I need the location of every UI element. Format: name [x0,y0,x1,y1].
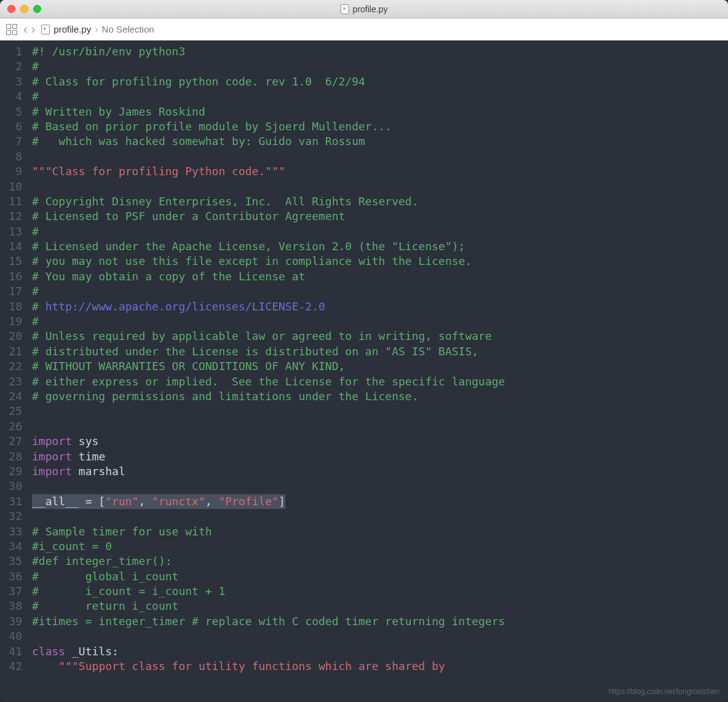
line-number: 37 [0,584,22,599]
code-line[interactable] [32,629,505,644]
editor[interactable]: 1234567891011121314151617181920212223242… [0,41,728,702]
line-number: 6 [0,119,22,134]
code-line[interactable]: """Class for profiling Python code.""" [32,164,505,179]
code-line[interactable]: import marshal [32,464,505,479]
nav-forward-button[interactable]: › [31,22,36,36]
line-number: 23 [0,374,22,389]
line-number: 34 [0,539,22,554]
code-line[interactable]: # [32,284,505,299]
code-line[interactable]: # [32,224,505,239]
code-line[interactable]: # governing permissions and limitations … [32,389,505,404]
window-title: profile.py [341,4,388,14]
code-line[interactable] [32,179,505,194]
line-number: 38 [0,599,22,613]
toolbar: ‹ › profile.py › No Selection [0,18,728,41]
line-number: 16 [0,269,22,284]
line-number: 2 [0,59,22,74]
line-number: 36 [0,569,22,584]
line-number: 15 [0,254,22,269]
code-line[interactable]: # Licensed under the Apache License, Ver… [32,239,505,254]
line-number: 17 [0,284,22,299]
code-line[interactable]: # Class for profiling python code. rev 1… [32,74,505,89]
breadcrumb-file[interactable]: profile.py [53,24,91,34]
code-line[interactable]: #i_count = 0 [32,539,505,554]
watermark-text: https://blog.csdn.net/longrootchen [609,687,719,696]
code-line[interactable]: # You may obtain a copy of the License a… [32,269,505,284]
code-line[interactable]: #def integer_timer(): [32,554,505,569]
code-line[interactable]: # Written by James Roskind [32,105,505,119]
minimize-button[interactable] [20,5,28,13]
traffic-lights [0,5,41,13]
line-number: 11 [0,194,22,209]
line-number: 26 [0,419,22,434]
line-number: 29 [0,464,22,479]
line-number: 1 [0,44,22,59]
line-number: 5 [0,105,22,119]
line-number: 40 [0,629,22,644]
nav-back-button[interactable]: ‹ [23,22,28,36]
line-number: 27 [0,434,22,449]
breadcrumb: profile.py › No Selection [41,24,154,35]
maximize-button[interactable] [33,5,41,13]
line-number: 24 [0,389,22,404]
code-line[interactable]: # Based on prior profile module by Sjoer… [32,119,505,134]
file-icon [41,25,50,34]
line-number: 41 [0,644,22,659]
code-line[interactable]: # i_count = i_count + 1 [32,584,505,599]
line-number: 28 [0,449,22,464]
line-number: 25 [0,404,22,419]
code-line[interactable] [32,419,505,434]
code-line[interactable]: __all__ = ["run", "runctx", "Profile"] [32,494,505,509]
line-number: 3 [0,74,22,89]
titlebar: profile.py [0,0,728,18]
code-line[interactable]: import sys [32,434,505,449]
editor-window: profile.py ‹ › profile.py › No Selection… [0,0,728,702]
code-line[interactable]: # http://www.apache.org/licenses/LICENSE… [32,299,505,314]
code-line[interactable]: # Copyright Disney Enterprises, Inc. All… [32,194,505,209]
code-line[interactable] [32,509,505,524]
file-icon [341,4,349,14]
related-items-icon[interactable] [6,24,17,35]
line-number: 12 [0,209,22,224]
code-line[interactable]: # which was hacked somewhat by: Guido va… [32,134,505,149]
code-line[interactable] [32,149,505,164]
code-line[interactable]: # you may not use this file except in co… [32,254,505,269]
line-number: 39 [0,614,22,629]
code-line[interactable]: # return i_count [32,599,505,613]
code-line[interactable] [32,404,505,419]
code-line[interactable]: # distributed under the License is distr… [32,344,505,359]
line-number: 18 [0,299,22,314]
code-line[interactable]: """Support class for utility functions w… [32,659,505,674]
code-line[interactable]: # Sample timer for use with [32,524,505,539]
code-line[interactable]: # Unless required by applicable law or a… [32,329,505,344]
line-number: 7 [0,134,22,149]
line-number: 4 [0,89,22,104]
line-number: 13 [0,224,22,239]
line-number: 33 [0,524,22,539]
line-number: 21 [0,344,22,359]
line-number: 14 [0,239,22,254]
code-line[interactable]: # [32,314,505,329]
code-line[interactable]: # [32,59,505,74]
code-area[interactable]: #! /usr/bin/env python3## Class for prof… [28,41,505,702]
chevron-right-icon: › [95,24,98,35]
line-number: 42 [0,659,22,674]
line-number: 10 [0,179,22,194]
code-line[interactable]: # global i_count [32,569,505,584]
line-number: 30 [0,479,22,494]
code-line[interactable]: #! /usr/bin/env python3 [32,44,505,59]
code-line[interactable]: # either express or implied. See the Lic… [32,374,505,389]
close-button[interactable] [7,5,15,13]
code-line[interactable] [32,479,505,494]
breadcrumb-selection[interactable]: No Selection [102,24,154,34]
code-line[interactable]: #itimes = integer_timer # replace with C… [32,614,505,629]
code-line[interactable]: import time [32,449,505,464]
line-number: 8 [0,149,22,164]
code-line[interactable]: class _Utils: [32,644,505,659]
code-line[interactable]: # WITHOUT WARRANTIES OR CONDITIONS OF AN… [32,359,505,374]
code-line[interactable]: # [32,89,505,104]
code-line[interactable]: # Licensed to PSF under a Contributor Ag… [32,209,505,224]
nav-arrows: ‹ › [23,22,35,36]
line-number-gutter: 1234567891011121314151617181920212223242… [0,41,28,702]
line-number: 22 [0,359,22,374]
